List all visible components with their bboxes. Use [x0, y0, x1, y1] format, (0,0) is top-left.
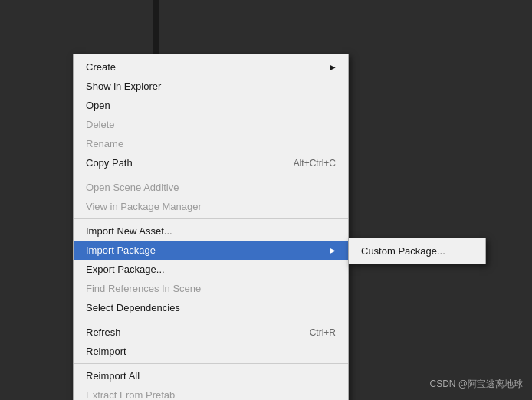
- menu-item-refresh[interactable]: Refresh Ctrl+R: [74, 323, 348, 342]
- context-menu: Create ▶ Show in Explorer Open Delete Re…: [73, 54, 349, 400]
- submenu-item-custom-package[interactable]: Custom Package...: [349, 241, 485, 261]
- menu-item-import-package-label: Import Package: [86, 244, 314, 256]
- menu-item-reimport-all[interactable]: Reimport All: [74, 366, 348, 385]
- menu-item-open[interactable]: Open: [74, 96, 348, 115]
- watermark: CSDN @阿宝逃离地球: [429, 378, 523, 391]
- custom-package-label: Custom Package...: [361, 245, 445, 257]
- menu-item-refresh-label: Refresh: [86, 326, 287, 338]
- menu-item-copy-path-label: Copy Path: [86, 157, 271, 169]
- menu-item-rename-label: Rename: [86, 138, 336, 149]
- menu-item-import-package[interactable]: Import Package ▶ Custom Package...: [74, 241, 348, 260]
- menu-item-extract-from-prefab: Extract From Prefab: [74, 385, 348, 400]
- menu-item-delete-label: Delete: [86, 119, 336, 130]
- arrow-icon: ▶: [314, 63, 336, 71]
- separator-2: [74, 218, 348, 219]
- menu-item-delete: Delete: [74, 115, 348, 134]
- menu-item-select-dependencies[interactable]: Select Dependencies: [74, 298, 348, 317]
- menu-item-create[interactable]: Create ▶: [74, 57, 348, 77]
- menu-item-export-package[interactable]: Export Package...: [74, 260, 348, 279]
- menu-item-export-package-label: Export Package...: [86, 264, 336, 275]
- menu-item-show-in-explorer-label: Show in Explorer: [86, 80, 336, 92]
- menu-item-rename: Rename: [74, 134, 348, 153]
- menu-item-copy-path[interactable]: Copy Path Alt+Ctrl+C: [74, 153, 348, 172]
- menu-item-view-package-manager-label: View in Package Manager: [86, 201, 336, 212]
- separator-1: [74, 175, 348, 175]
- menu-item-reimport-label: Reimport: [86, 346, 336, 357]
- separator-4: [74, 363, 348, 364]
- refresh-shortcut: Ctrl+R: [310, 327, 336, 338]
- separator-3: [74, 320, 348, 320]
- menu-item-open-scene-additive-label: Open Scene Additive: [86, 182, 336, 193]
- top-bar: [153, 0, 159, 54]
- menu-item-find-references: Find References In Scene: [74, 279, 348, 298]
- menu-item-reimport[interactable]: Reimport: [74, 342, 348, 361]
- menu-item-reimport-all-label: Reimport All: [86, 370, 336, 382]
- copy-path-shortcut: Alt+Ctrl+C: [294, 158, 336, 169]
- menu-item-extract-from-prefab-label: Extract From Prefab: [86, 389, 336, 400]
- menu-item-select-dependencies-label: Select Dependencies: [86, 302, 336, 313]
- menu-item-create-label: Create: [86, 61, 314, 73]
- menu-item-import-new-asset[interactable]: Import New Asset...: [74, 221, 348, 241]
- menu-item-view-package-manager: View in Package Manager: [74, 197, 348, 216]
- menu-item-show-in-explorer[interactable]: Show in Explorer: [74, 77, 348, 96]
- menu-item-open-label: Open: [86, 100, 336, 111]
- import-package-arrow-icon: ▶: [314, 246, 336, 254]
- menu-item-find-references-label: Find References In Scene: [86, 283, 336, 294]
- import-package-submenu: Custom Package...: [348, 238, 486, 264]
- menu-item-open-scene-additive: Open Scene Additive: [74, 178, 348, 197]
- menu-item-import-new-asset-label: Import New Asset...: [86, 225, 336, 237]
